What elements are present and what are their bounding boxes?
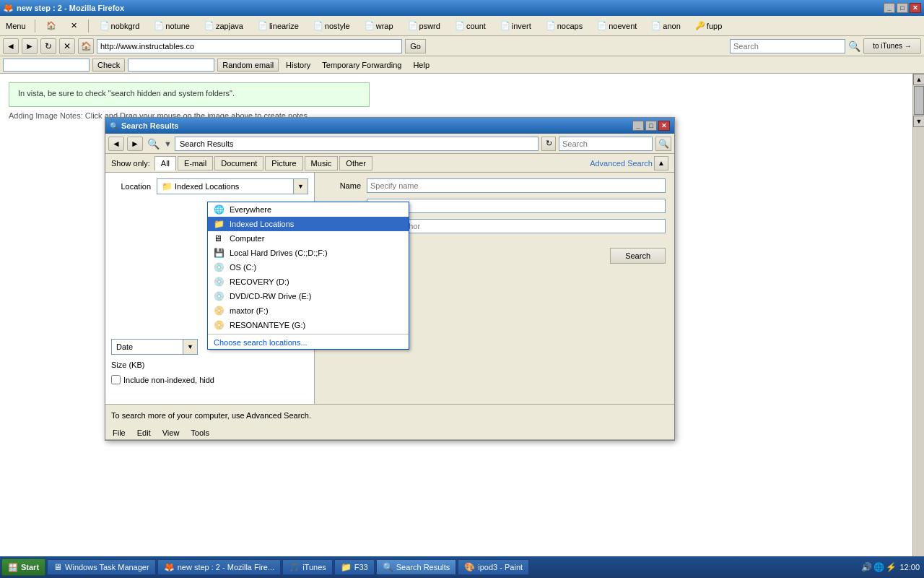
dialog-overlay: 🔍 Search Results _ □ ✕ ◄ ► 🔍 ▼ Search Re… <box>0 74 924 562</box>
bk-nostyle[interactable]: 📄 nostyle <box>308 19 355 33</box>
dialog-back-button[interactable]: ◄ <box>108 137 124 151</box>
location-select-display[interactable]: 📁 Indexed Locations <box>157 178 294 194</box>
dialog-min-button[interactable]: _ <box>632 121 644 131</box>
show-only-label: Show only: <box>111 159 150 168</box>
dropdown-recovery-d[interactable]: 💿 RECOVERY (D:) <box>208 275 409 289</box>
dialog-menu-file[interactable]: File <box>108 427 130 439</box>
taskbar-item-task-manager[interactable]: 🖥 Windows Task Manager <box>47 559 156 575</box>
dropdown-indexed-locations[interactable]: 📁 Indexed Locations <box>208 217 409 231</box>
dropdown-everywhere[interactable]: 🌐 Everywhere <box>208 202 409 217</box>
dialog-search-submit-button[interactable]: 🔍 <box>655 137 671 151</box>
help-link[interactable]: Help <box>409 59 434 71</box>
name-label: Name <box>323 181 367 190</box>
filter-document-button[interactable]: Document <box>214 156 263 171</box>
include-checkbox[interactable] <box>111 375 121 384</box>
bk-linearize[interactable]: 📄 linearize <box>253 19 304 33</box>
bottom-text: To search more of your computer, use Adv… <box>111 411 311 420</box>
bk-pswrd[interactable]: 📄 pswrd <box>403 19 445 33</box>
dialog-close-button[interactable]: ✕ <box>658 121 670 131</box>
check-input[interactable] <box>3 59 90 72</box>
date-select-display[interactable]: Date <box>111 339 183 355</box>
dialog-forward-button[interactable]: ► <box>127 137 143 151</box>
dropdown-computer[interactable]: 🖥 Computer <box>208 231 409 246</box>
menu-item-menu[interactable]: Menu <box>3 20 29 32</box>
dialog-search-input[interactable] <box>559 137 653 151</box>
bk-notune[interactable]: 📄 notune <box>149 19 195 33</box>
bk-wrap[interactable]: 📄 wrap <box>359 19 398 33</box>
authors-input[interactable] <box>367 219 666 233</box>
close-button[interactable]: ✕ <box>910 3 921 13</box>
dropdown-maxtor[interactable]: 📀 maxtor (F:) <box>208 303 409 318</box>
filter-picture-button[interactable]: Picture <box>265 156 302 171</box>
date-dropdown-arrow[interactable]: ▼ <box>183 339 198 355</box>
search-results-dialog: 🔍 Search Results _ □ ✕ ◄ ► 🔍 ▼ Search Re… <box>105 117 675 441</box>
dropdown-divider <box>208 334 409 335</box>
back-button[interactable]: ◄ <box>3 38 19 54</box>
volume-icon[interactable]: 🔊 <box>861 562 872 572</box>
bk-count[interactable]: 📄 count <box>450 19 491 33</box>
dialog-max-button[interactable]: □ <box>645 121 657 131</box>
drive-icon-6: 📀 <box>214 320 225 330</box>
title-bar-text: new step : 2 - Mozilla Firefox <box>17 4 884 12</box>
minimize-button[interactable]: _ <box>884 3 895 13</box>
dialog-content: Location 📁 Indexed Locations ▼ 🌐 <box>105 173 674 404</box>
network-icon[interactable]: 🌐 <box>873 562 884 572</box>
taskbar-item-search-results[interactable]: 🔍 Search Results <box>376 559 457 575</box>
taskbar-item-firefox[interactable]: 🦊 new step : 2 - Mozilla Fire... <box>157 559 282 575</box>
address-bar[interactable] <box>97 39 402 53</box>
dropdown-dvd[interactable]: 💿 DVD/CD-RW Drive (E:) <box>208 289 409 303</box>
reload-button[interactable]: ↻ <box>40 38 56 54</box>
to-itunes-button[interactable]: to iTunes → <box>863 38 921 54</box>
battery-icon[interactable]: ⚡ <box>886 562 897 572</box>
newtab-btn[interactable]: ✕ <box>66 19 82 33</box>
second-toolbar: Check Random email History Temporary For… <box>0 56 924 74</box>
name-input[interactable] <box>367 178 666 193</box>
maximize-button[interactable]: □ <box>897 3 908 13</box>
dialog-refresh-button[interactable]: ↻ <box>541 137 556 151</box>
name-field-row: Name <box>323 178 666 193</box>
bk-nobkgrd[interactable]: 📄 nobkgrd <box>95 19 145 33</box>
stop-button[interactable]: ✕ <box>59 38 75 54</box>
dialog-menu-edit[interactable]: Edit <box>133 427 155 439</box>
history-link[interactable]: History <box>282 59 315 71</box>
start-button[interactable]: 🪟 Start <box>1 558 45 576</box>
temporary-forwarding-link[interactable]: Temporary Forwarding <box>318 59 406 71</box>
go-button[interactable]: Go <box>405 39 426 53</box>
filter-all-button[interactable]: All <box>154 156 176 171</box>
filter-music-button[interactable]: Music <box>305 156 339 171</box>
random-email-input[interactable] <box>128 59 214 72</box>
dialog-menu-view[interactable]: View <box>158 427 184 439</box>
bk-nocaps[interactable]: 📄 nocaps <box>541 19 588 33</box>
location-dropdown-arrow[interactable]: ▼ <box>294 178 308 194</box>
random-email-button[interactable]: Random email <box>217 59 279 72</box>
dialog-title-controls: _ □ ✕ <box>632 121 670 131</box>
dropdown-os-c[interactable]: 💿 OS (C:) <box>208 260 409 275</box>
dialog-menu-tools[interactable]: Tools <box>186 427 214 439</box>
taskbar-right: 🔊 🌐 ⚡ 12:00 <box>861 562 923 572</box>
dropdown-local-drives[interactable]: 💾 Local Hard Drives (C:;D:;F:) <box>208 246 409 260</box>
bk-fupp[interactable]: 🔑 fupp <box>690 19 727 33</box>
bk-zapjava[interactable]: 📄 zapjava <box>199 19 248 33</box>
taskbar-item-paint[interactable]: 🎨 ipod3 - Paint <box>458 559 529 575</box>
taskbar-item-f33[interactable]: 📁 F33 <box>334 559 375 575</box>
filter-email-button[interactable]: E-mail <box>178 156 213 171</box>
filter-other-button[interactable]: Other <box>339 156 372 171</box>
bk-noevent[interactable]: 📄 noevent <box>592 19 642 33</box>
task-manager-icon: 🖥 <box>53 562 62 572</box>
bk-anon[interactable]: 📄 anon <box>646 19 685 33</box>
forward-button[interactable]: ► <box>22 38 38 54</box>
home-btn[interactable]: 🏠 <box>41 19 61 33</box>
bk-invert[interactable]: 📄 invert <box>495 19 536 33</box>
dropdown-resonanteye[interactable]: 📀 RESONANTEYE (G:) <box>208 318 409 332</box>
check-button[interactable]: Check <box>92 59 125 72</box>
browser-search-input[interactable] <box>730 39 845 53</box>
tags-input[interactable] <box>367 199 666 213</box>
choose-locations-item[interactable]: Choose search locations... <box>208 336 409 349</box>
main-content: In vista, be sure to check "search hidde… <box>0 74 924 562</box>
search-submit-icon: 🔍 <box>658 139 669 149</box>
advanced-search-link[interactable]: Advanced Search <box>590 159 653 168</box>
main-search-button[interactable]: Search <box>610 248 666 264</box>
advanced-search-collapse-button[interactable]: ▲ <box>654 156 668 171</box>
taskbar-item-itunes[interactable]: 🎵 iTunes <box>282 559 333 575</box>
home-nav-button[interactable]: 🏠 <box>78 38 94 54</box>
